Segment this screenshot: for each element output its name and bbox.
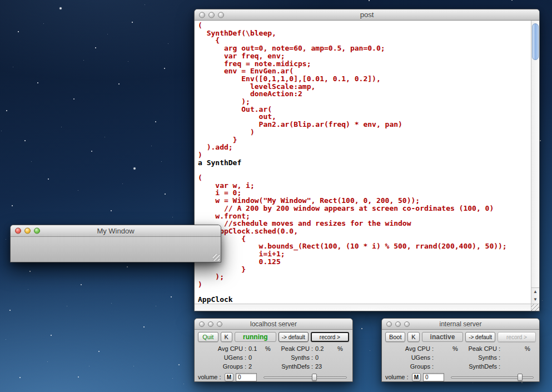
server-stats: Avg CPU : % Peak CPU : % UGens : Synths … bbox=[385, 344, 536, 371]
ugens-label: UGens : bbox=[198, 353, 248, 362]
post-window-titlebar[interactable]: post bbox=[195, 9, 539, 21]
volume-label: volume : bbox=[385, 374, 410, 380]
internal-server-title: internal server bbox=[439, 320, 481, 328]
localhost-server-title: localhost server bbox=[250, 320, 297, 328]
avg-cpu-label: Avg CPU : bbox=[385, 344, 436, 353]
ugens-value: 0 bbox=[248, 353, 265, 362]
synthdefs-label: SynthDefs : bbox=[277, 362, 315, 371]
synthdefs-value: 23 bbox=[315, 362, 337, 371]
window-controls bbox=[15, 228, 40, 234]
zoom-button[interactable] bbox=[217, 321, 222, 327]
volume-field[interactable]: 0 bbox=[236, 373, 257, 381]
avg-cpu-label: Avg CPU : bbox=[198, 344, 248, 353]
peak-cpu-label: Peak CPU : bbox=[277, 344, 315, 353]
server-status-label: running bbox=[235, 332, 276, 342]
avg-cpu-value: 0.1 bbox=[248, 344, 265, 353]
scroll-down-icon[interactable]: ▼ bbox=[531, 296, 539, 304]
make-default-button[interactable]: -> default bbox=[279, 332, 309, 342]
my-window-titlebar[interactable]: My Window bbox=[11, 225, 221, 237]
internal-server-titlebar[interactable]: internal server bbox=[382, 319, 539, 330]
synthdefs-label: SynthDefs : bbox=[465, 362, 503, 371]
code-segment-window: ( var w, i; i = 0; w = Window("My Window… bbox=[198, 166, 531, 288]
quit-button[interactable]: Quit bbox=[198, 332, 218, 342]
peak-cpu-unit: % bbox=[337, 344, 349, 353]
localhost-server-body: Quit K running -> default record > Avg C… bbox=[195, 330, 352, 381]
post-window: post ( SynthDef(\bleep, { arg out=0, not… bbox=[194, 9, 540, 311]
groups-label: Groups : bbox=[385, 362, 436, 371]
synths-label: Synths : bbox=[277, 353, 315, 362]
code-result-appclock: AppClock bbox=[198, 289, 531, 304]
my-window: My Window bbox=[10, 225, 221, 262]
mute-button[interactable]: M bbox=[412, 373, 421, 381]
close-button[interactable] bbox=[199, 321, 205, 327]
window-controls bbox=[386, 321, 410, 327]
server-stats: Avg CPU : 0.1 % Peak CPU : 0.2 % UGens :… bbox=[198, 344, 349, 371]
kill-button[interactable]: K bbox=[407, 332, 419, 342]
avg-cpu-value bbox=[436, 344, 452, 353]
scroll-arrows: ▲ ▼ bbox=[531, 287, 539, 304]
post-window-title: post bbox=[360, 11, 374, 19]
scroll-up-icon[interactable]: ▲ bbox=[531, 288, 539, 296]
close-button[interactable] bbox=[15, 228, 21, 234]
mute-button[interactable]: M bbox=[225, 373, 233, 381]
resize-grip[interactable] bbox=[531, 304, 539, 311]
peak-cpu-value: 0.2 bbox=[315, 344, 337, 353]
synths-value bbox=[503, 353, 525, 362]
my-window-title: My Window bbox=[97, 227, 134, 235]
zoom-button[interactable] bbox=[404, 321, 410, 327]
volume-slider-thumb[interactable] bbox=[518, 374, 523, 381]
post-text-area[interactable]: ( SynthDef(\bleep, { arg out=0, note=60,… bbox=[195, 21, 531, 304]
avg-cpu-unit: % bbox=[452, 344, 465, 353]
record-button[interactable]: record > bbox=[311, 332, 349, 342]
volume-slider-thumb[interactable] bbox=[312, 374, 317, 381]
resize-grip[interactable] bbox=[213, 254, 220, 261]
volume-slider[interactable] bbox=[263, 374, 348, 381]
minimize-button[interactable] bbox=[24, 228, 31, 234]
minimize-button[interactable] bbox=[208, 321, 213, 327]
vertical-scrollbar[interactable]: ▲ ▼ bbox=[531, 21, 539, 304]
avg-cpu-unit: % bbox=[265, 344, 277, 353]
synthdefs-value bbox=[503, 362, 525, 371]
groups-label: Groups : bbox=[198, 362, 248, 371]
server-button-row: Quit K running -> default record > bbox=[198, 332, 349, 342]
volume-label: volume : bbox=[198, 374, 222, 380]
internal-server-window: internal server Boot K inactive -> defau… bbox=[381, 318, 540, 382]
horizontal-scrollbar[interactable] bbox=[195, 304, 531, 311]
make-default-button[interactable]: -> default bbox=[465, 332, 495, 342]
groups-value: 2 bbox=[248, 362, 265, 371]
peak-cpu-label: Peak CPU : bbox=[465, 344, 503, 353]
zoom-button[interactable] bbox=[218, 12, 224, 18]
localhost-server-titlebar[interactable]: localhost server bbox=[195, 319, 352, 330]
zoom-button[interactable] bbox=[34, 228, 40, 234]
synths-value: 0 bbox=[315, 353, 337, 362]
boot-button[interactable]: Boot bbox=[385, 332, 405, 342]
server-status-label: inactive bbox=[422, 332, 464, 342]
code-segment-synthdef: ( SynthDef(\bleep, { arg out=0, note=60,… bbox=[198, 22, 531, 159]
code-result-synthdef: a SynthDef bbox=[198, 159, 531, 167]
minimize-button[interactable] bbox=[395, 321, 401, 327]
record-button[interactable]: record > bbox=[498, 332, 536, 342]
close-button[interactable] bbox=[386, 321, 392, 327]
server-button-row: Boot K inactive -> default record > bbox=[385, 332, 536, 342]
synths-label: Synths : bbox=[465, 353, 503, 362]
volume-row: volume : M 0 bbox=[385, 373, 536, 381]
scrollbar-thumb[interactable] bbox=[532, 23, 539, 60]
localhost-server-window: localhost server Quit K running -> defau… bbox=[194, 318, 353, 382]
kill-button[interactable]: K bbox=[221, 332, 232, 342]
volume-slider[interactable] bbox=[451, 374, 535, 381]
ugens-label: UGens : bbox=[385, 353, 436, 362]
window-controls bbox=[199, 321, 222, 327]
slider-track bbox=[263, 376, 347, 379]
groups-value bbox=[436, 362, 452, 371]
peak-cpu-unit: % bbox=[525, 344, 536, 353]
internal-server-body: Boot K inactive -> default record > Avg … bbox=[382, 330, 539, 381]
my-window-content bbox=[11, 237, 221, 262]
window-controls bbox=[199, 12, 224, 18]
volume-row: volume : M 0 bbox=[198, 373, 349, 381]
close-button[interactable] bbox=[199, 12, 205, 18]
volume-field[interactable]: 0 bbox=[423, 373, 444, 381]
peak-cpu-value bbox=[503, 344, 525, 353]
minimize-button[interactable] bbox=[208, 12, 215, 18]
ugens-value bbox=[436, 353, 452, 362]
